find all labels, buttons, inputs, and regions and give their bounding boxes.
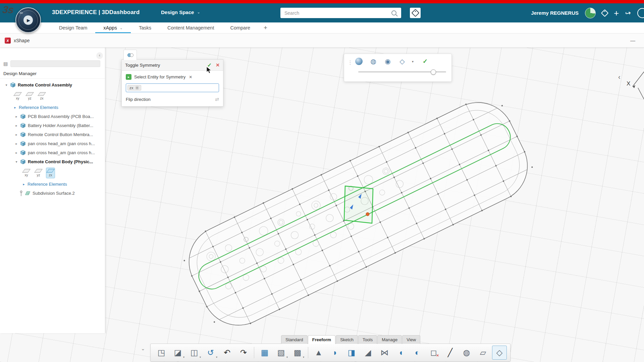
tab-manage[interactable]: Manage (377, 335, 402, 344)
tree-item-battery-holder-assembly[interactable]: ▸ Battery Holder Assembly (Batter... (0, 121, 105, 130)
bend-curve-icon[interactable]: ◗ (328, 346, 342, 360)
loft-connect-icon[interactable]: ⋈ (377, 346, 392, 360)
tree-item-pan-cross-head-2[interactable]: ▸ pan cross head_am (pan cross h... (0, 148, 105, 157)
expand-arrow-icon[interactable]: ▾ (5, 83, 8, 87)
space-switcher[interactable]: Design Space ⌄ (161, 9, 200, 15)
tab-freeform[interactable]: Freeform (308, 335, 335, 344)
caret-down-icon[interactable]: ▾ (183, 356, 184, 359)
save-data-icon[interactable]: ◫▾ (187, 346, 202, 360)
merge-surface-icon[interactable]: ◐ (410, 346, 425, 360)
chevron-down-icon[interactable]: ▾ (412, 60, 414, 63)
shaded-mode-icon[interactable] (354, 57, 364, 66)
extrude-face-icon[interactable]: ◖ (393, 346, 408, 360)
tree-item-button-membrane[interactable]: ▸ Remote Control Button Membra... (0, 130, 105, 139)
search-box[interactable] (280, 8, 401, 18)
tab-xapps[interactable]: xApps ⌄ (95, 22, 131, 33)
tree-item-pan-cross-head-1[interactable]: ▸ pan cross head_am (pan cross h... (0, 139, 105, 148)
user-avatar[interactable] (585, 8, 596, 18)
subdivision-cube-icon[interactable]: ▩▾ (290, 346, 305, 360)
expand-arrow-icon[interactable]: ▸ (15, 124, 18, 127)
expand-panel-chevron[interactable]: ‹ (618, 73, 621, 81)
dialog-cancel-button[interactable]: ✕ (216, 62, 220, 68)
slider-knob[interactable] (431, 69, 436, 75)
add-tab-button[interactable]: + (258, 22, 273, 33)
tab-sketch[interactable]: Sketch (336, 335, 358, 344)
add-content-button[interactable]: + (614, 9, 619, 17)
apps-circle-icon[interactable] (637, 8, 644, 18)
compass-play-icon[interactable]: ▶ (23, 15, 33, 25)
clear-selection-button[interactable]: ✕ (189, 75, 192, 79)
insert-model-icon[interactable]: ◳ (154, 346, 169, 360)
user-name[interactable]: Jeremy REGNERUS (531, 10, 579, 16)
textured-mode-icon[interactable]: ◉ (383, 57, 392, 66)
wireframe-mode-icon[interactable]: ◍ (369, 57, 378, 66)
display-confirm-button[interactable]: ✓ (423, 58, 428, 65)
tree-item-remote-control-assembly[interactable]: ▾ Remote Control Assembly (0, 80, 105, 89)
plane-xy[interactable]: xy (13, 91, 22, 101)
search-input[interactable] (280, 10, 391, 16)
corner-wedge-icon[interactable]: ◢ (361, 346, 375, 360)
tree-item-subdivision-surface[interactable]: Subdivision Surface.2 (0, 189, 105, 198)
pinch-taper-icon[interactable]: ◇ (492, 346, 507, 360)
extrude-pull-icon[interactable]: ▲ (311, 346, 326, 360)
tab-compare[interactable]: Compare (222, 22, 258, 33)
expand-arrow-icon[interactable]: ▸ (13, 106, 17, 109)
tree-item-reference-elements-body[interactable]: ▸ Reference Elements (0, 180, 105, 189)
expand-arrow-icon[interactable]: ▸ (15, 151, 18, 155)
caret-down-icon[interactable]: ▾ (303, 356, 304, 359)
caret-down-icon[interactable]: ▾ (216, 356, 217, 359)
frame-display-icon[interactable]: ▦ (257, 346, 272, 360)
dialog-tab[interactable] (123, 50, 137, 60)
plane-yz[interactable]: yz (34, 168, 43, 178)
tree-view-icon[interactable]: ▤ (3, 61, 8, 66)
panel-collapse-button[interactable]: ‹ (96, 52, 103, 59)
expand-arrow-icon[interactable]: ▸ (15, 142, 18, 145)
minimize-button[interactable]: — (630, 38, 635, 43)
caret-down-icon[interactable]: ▾ (200, 356, 201, 359)
chip-remove-icon[interactable]: ✕ (135, 86, 139, 90)
cube-mode-icon[interactable]: ◇ (397, 57, 407, 66)
caret-down-icon[interactable]: ▾ (286, 356, 288, 359)
plane-zx[interactable]: zx (38, 91, 46, 101)
entity-chip[interactable]: zx ✕ (127, 85, 141, 90)
offset-planes-icon[interactable]: ▱ (476, 346, 490, 360)
sphere-wrap-icon[interactable]: ◍ (459, 346, 474, 360)
tab-standard[interactable]: Standard (281, 335, 308, 344)
tab-view[interactable]: View (402, 335, 420, 344)
undo-icon[interactable]: ↶ (220, 346, 234, 360)
3d-compass[interactable]: 3D ▶ (15, 7, 41, 33)
export-geometry-icon[interactable]: ◪▾ (170, 346, 185, 360)
tree-item-reference-elements[interactable]: ▸ Reference Elements (0, 103, 105, 112)
expand-arrow-icon[interactable]: ▸ (22, 182, 25, 186)
expand-arrow-icon[interactable]: ▸ (15, 115, 18, 118)
expand-arrow-icon[interactable]: ▸ (15, 133, 18, 136)
share-icon[interactable]: ↪ (624, 8, 632, 18)
tree-filter-bar[interactable] (10, 60, 100, 67)
view-triad-icon[interactable] (629, 66, 644, 103)
smoothness-slider[interactable] (358, 69, 446, 74)
split-cut-icon[interactable]: ╱ (443, 346, 458, 360)
plane-xy[interactable]: xy (22, 168, 31, 178)
tree-item-remote-control-body[interactable]: ▾ Remote Control Body (Physic... (0, 157, 105, 166)
bookmark-tag-button[interactable] (410, 8, 421, 18)
tab-content-management[interactable]: Content Management (159, 22, 222, 33)
tag-icon[interactable] (601, 9, 609, 17)
update-sync-icon[interactable]: ↺▾ (203, 346, 218, 360)
search-icon[interactable] (391, 10, 396, 15)
tab-tools[interactable]: Tools (358, 335, 377, 344)
chevron-down-icon[interactable]: ⌄ (120, 26, 123, 30)
symmetry-entity-input[interactable]: zx ✕ (126, 83, 219, 92)
drag-handle-icon[interactable]: ⋮ (347, 59, 353, 66)
fill-surface-icon[interactable]: ◨ (344, 346, 359, 360)
redo-icon[interactable]: ↷ (236, 346, 251, 360)
tab-tasks[interactable]: Tasks (131, 22, 159, 33)
primitive-box-icon[interactable]: ▧▾ (274, 346, 288, 360)
delete-face-icon[interactable]: ◻✕ (426, 346, 441, 360)
toolbar-collapse-chevron[interactable]: ⌄ (141, 346, 145, 352)
plane-yz[interactable]: yz (25, 91, 34, 101)
tab-design-team[interactable]: Design Team (51, 22, 95, 33)
plane-zx-selected[interactable]: zx (46, 168, 55, 178)
flip-direction-icon[interactable]: ⇄ (215, 97, 219, 102)
expand-arrow-icon[interactable]: ▾ (15, 160, 18, 164)
tree-item-pcb-board-assembly[interactable]: ▸ PCB Board Assembly (PCB Boa... (0, 112, 105, 121)
